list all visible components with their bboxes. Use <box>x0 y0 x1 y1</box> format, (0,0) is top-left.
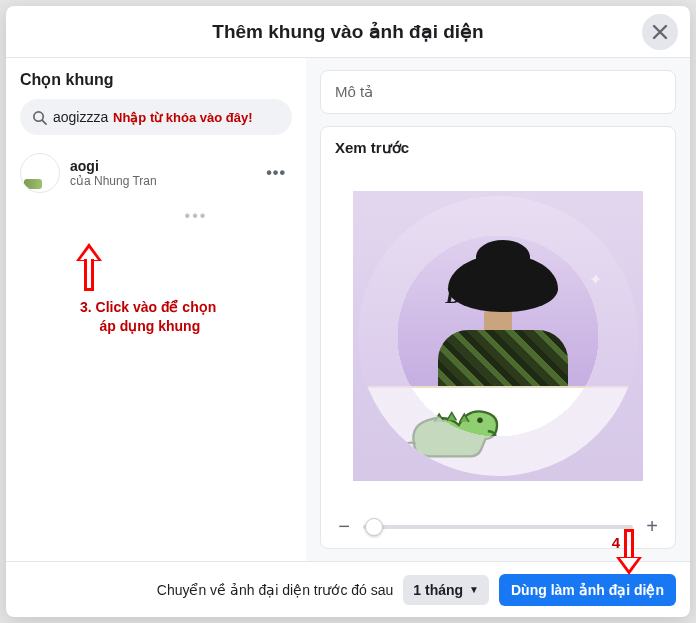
frame-author: của Nhung Tran <box>70 174 266 188</box>
modal-footer: Chuyển về ảnh đại diện trước đó sau 1 th… <box>6 561 690 617</box>
sparkle-icon: ✦ <box>380 246 388 257</box>
preview-stage: ✦ Dreamers ✦ <box>335 167 661 505</box>
add-frame-modal: Thêm khung vào ảnh đại diện Chọn khung N… <box>6 6 690 617</box>
search-icon <box>32 110 47 125</box>
modal-body: Chọn khung Nhập từ khóa vào đây! aogi củ… <box>6 58 690 561</box>
annotation-arrow-up-icon <box>76 243 102 293</box>
annotation-step3: 3. Click vào để chọn áp dụng khung <box>80 298 216 336</box>
frame-item-menu[interactable]: ••• <box>266 164 292 182</box>
frame-overlay-footer: ᴀᴏɢɪ <box>358 386 638 476</box>
preview-image[interactable]: ✦ Dreamers ✦ <box>353 191 643 481</box>
zoom-slider[interactable] <box>363 525 633 529</box>
frame-name: aogi <box>70 158 266 174</box>
frame-search[interactable]: Nhập từ khóa vào đây! <box>20 99 292 135</box>
zoom-slider-thumb[interactable] <box>365 518 383 536</box>
frame-overlay-tag: ᴀᴏɢɪ <box>368 457 403 473</box>
frame-picker-heading: Chọn khung <box>20 70 292 89</box>
duration-select[interactable]: 1 tháng ▼ <box>403 575 489 605</box>
loading-dots-icon: ••• <box>100 207 292 225</box>
svg-line-1 <box>42 120 46 124</box>
close-icon <box>652 24 668 40</box>
preview-panel: Mô tả Xem trước ✦ Dreamers ✦ <box>306 58 690 561</box>
annotation-keyword-hint: Nhập từ khóa vào đây! <box>113 110 253 125</box>
sparkle-icon: ✦ <box>589 270 602 289</box>
preview-heading: Xem trước <box>335 139 661 157</box>
frame-thumbnail <box>20 153 60 193</box>
modal-title: Thêm khung vào ảnh đại diện <box>212 20 483 43</box>
zoom-out-button[interactable]: − <box>335 515 353 538</box>
dino-icon <box>392 403 502 470</box>
preview-box: Xem trước ✦ Dreamers ✦ <box>320 126 676 549</box>
modal-header: Thêm khung vào ảnh đại diện <box>6 6 690 58</box>
frame-result-item[interactable]: aogi của Nhung Tran ••• <box>20 153 292 193</box>
duration-selected-value: 1 tháng <box>413 582 463 598</box>
close-button[interactable] <box>642 14 678 50</box>
revert-label: Chuyển về ảnh đại diện trước đó sau <box>157 582 394 598</box>
chevron-down-icon: ▼ <box>469 584 479 595</box>
use-as-profile-button[interactable]: Dùng làm ảnh đại diện <box>499 574 676 606</box>
frame-picker-panel: Chọn khung Nhập từ khóa vào đây! aogi củ… <box>6 58 306 561</box>
annotation-arrow-down-icon <box>616 529 642 561</box>
description-input[interactable]: Mô tả <box>320 70 676 114</box>
frame-search-input[interactable] <box>53 109 109 125</box>
zoom-in-button[interactable]: + <box>643 515 661 538</box>
frame-info: aogi của Nhung Tran <box>70 158 266 188</box>
svg-point-2 <box>477 418 482 423</box>
